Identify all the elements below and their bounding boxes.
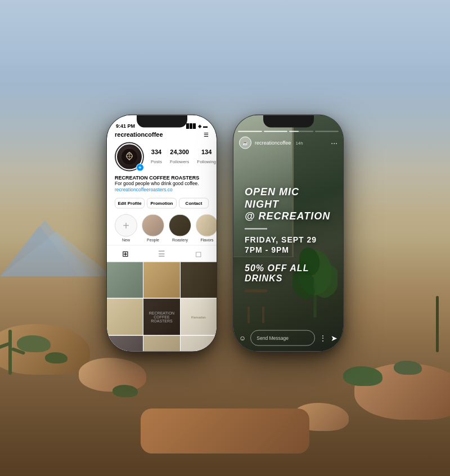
- highlight-new-circle: +: [115, 214, 137, 237]
- highlight-new-label: New: [122, 238, 130, 242]
- wifi-icon: ◈: [198, 123, 201, 128]
- progress-bar-1: [238, 131, 262, 132]
- profile-buttons: Edit Profile Promotion Contact: [107, 196, 217, 212]
- profile-name: RECREATION COFFEE ROASTERS: [115, 175, 209, 181]
- event-title-line2: @ RECREATION: [245, 210, 332, 223]
- battery-icon: ▬: [203, 123, 208, 128]
- rock-2: [79, 358, 146, 392]
- notch-right: [263, 115, 314, 128]
- progress-bar-3: [289, 131, 313, 132]
- following-count: 134: [197, 149, 216, 155]
- phones-container: 9:41 PM ▊▊▊ ◈ ▬ recreationcoffee ☰: [107, 115, 343, 352]
- story-header: ☕ recreationcoffee 14h ···: [233, 134, 343, 151]
- story-text-overlay: OPEN MIC NIGHT @ RECREATION FRIDAY, SEPT…: [233, 186, 343, 284]
- edit-profile-button[interactable]: Edit Profile: [115, 198, 145, 209]
- add-story-button[interactable]: +: [136, 164, 144, 172]
- furniture-leg-2: [262, 307, 264, 324]
- progress-fill-3: [289, 131, 299, 132]
- profile-section: + 334 Posts 24,300 Followers 134: [107, 140, 217, 175]
- instagram-story-screen: ☕ recreationcoffee 14h ··· OPEN MIC NIGH…: [233, 115, 343, 352]
- story-event-title: OPEN MIC NIGHT @ RECREATION: [245, 186, 332, 223]
- shrub-2: [45, 352, 68, 363]
- promotion-button[interactable]: Promotion: [147, 198, 177, 209]
- following-label: Following: [197, 159, 216, 164]
- grid-photo-4[interactable]: [107, 299, 143, 335]
- highlight-new[interactable]: + New: [115, 214, 137, 242]
- story-username: recreationcoffee: [255, 140, 291, 146]
- furniture-leg-1: [248, 307, 250, 324]
- tag-icon: ◻: [195, 249, 202, 258]
- event-title-line1: OPEN MIC NIGHT: [245, 186, 332, 210]
- grid-icon: ⊞: [122, 249, 129, 258]
- story-footer: ☺ Send Message ⋮ ➤: [233, 330, 343, 346]
- list-view-tab[interactable]: ☰: [143, 249, 180, 258]
- grid-photo-7[interactable]: GOOD PEOPLE: [107, 335, 143, 351]
- followers-stat: 24,300 Followers: [170, 149, 189, 165]
- grid-photo-1[interactable]: [107, 262, 143, 298]
- highlight-people-circle: [142, 214, 164, 237]
- story-share-button[interactable]: ➤: [331, 334, 338, 343]
- grid-photo-8[interactable]: [143, 335, 179, 351]
- grid-photo-9[interactable]: [181, 335, 217, 351]
- story-emoji-button[interactable]: ☺: [239, 334, 246, 342]
- instagram-profile-screen: 9:41 PM ▊▊▊ ◈ ▬ recreationcoffee ☰: [107, 115, 217, 352]
- contact-button[interactable]: Contact: [179, 198, 209, 209]
- furniture-top: [245, 290, 267, 293]
- progress-fill-1: [238, 131, 262, 132]
- highlight-roastery-label: Roastery: [172, 238, 188, 242]
- story-event-time: 7PM - 9PM: [245, 245, 332, 254]
- signal-icon: ▊▊▊: [186, 123, 196, 128]
- posts-stat: 334 Posts: [151, 149, 162, 165]
- story-time-ago: 14h: [295, 140, 303, 145]
- grid-photo-2[interactable]: [143, 262, 179, 298]
- grid-view-tab[interactable]: ⊞: [107, 249, 143, 258]
- followers-label: Followers: [170, 159, 189, 164]
- grid-photo-5[interactable]: RECREATION COFFEE ROASTERS: [143, 299, 179, 335]
- story-furniture: [245, 290, 267, 324]
- menu-icon[interactable]: ☰: [204, 131, 209, 137]
- posts-count: 334: [151, 149, 162, 155]
- grid-photo-3[interactable]: [181, 262, 217, 298]
- story-more-button[interactable]: ⋮: [320, 334, 326, 342]
- story-message-input[interactable]: Send Message: [250, 330, 315, 346]
- tall-plant-1: [8, 330, 12, 375]
- progress-bar-2: [264, 131, 288, 132]
- profile-bio: For good people who drink good coffee.: [115, 181, 209, 187]
- profile-link[interactable]: recreationcoffeeroasters.co: [115, 187, 209, 192]
- tall-plant-2: [436, 296, 439, 352]
- posts-label: Posts: [151, 159, 162, 164]
- right-phone-screen: ☕ recreationcoffee 14h ··· OPEN MIC NIGH…: [233, 115, 343, 352]
- profile-username: recreationcoffee: [115, 131, 163, 138]
- brand-logo-icon: [122, 149, 137, 165]
- story-more-options-button[interactable]: ···: [331, 138, 338, 147]
- status-time: 9:41 PM: [116, 123, 135, 129]
- highlight-people-label: People: [147, 238, 159, 242]
- story-avatar: ☕: [239, 137, 251, 149]
- following-stat: 134 Following: [197, 149, 216, 165]
- insta-header: recreationcoffee ☰: [107, 131, 217, 140]
- grid-nav: ⊞ ☰ ◻: [107, 245, 217, 262]
- shrub-4: [343, 366, 382, 386]
- highlights-row: + New People Roastery Flavors: [107, 212, 217, 245]
- story-message-placeholder: Send Message: [256, 335, 289, 341]
- shrub-3: [394, 361, 422, 375]
- shrub-1: [17, 335, 51, 352]
- photo-grid: RECREATION COFFEE ROASTERS Ramadan GOOD …: [107, 262, 217, 352]
- grid-photo-6[interactable]: Ramadan: [181, 299, 217, 335]
- notch-left: [137, 115, 187, 128]
- highlight-people[interactable]: People: [142, 214, 164, 242]
- highlight-flavors[interactable]: Flavors: [196, 214, 217, 242]
- list-icon: ☰: [158, 249, 165, 258]
- highlight-flavors-circle: [196, 214, 217, 237]
- rock-5: [141, 408, 309, 453]
- highlight-roastery-circle: [169, 214, 191, 237]
- left-phone-screen: 9:41 PM ▊▊▊ ◈ ▬ recreationcoffee ☰: [107, 115, 217, 352]
- status-icons: ▊▊▊ ◈ ▬: [186, 123, 208, 128]
- story-event-offer: 50% OFF ALL DRINKS: [245, 263, 332, 283]
- profile-stats: 334 Posts 24,300 Followers 134 Following: [151, 149, 216, 165]
- tagged-tab[interactable]: ◻: [180, 249, 217, 258]
- phone-right: ☕ recreationcoffee 14h ··· OPEN MIC NIGH…: [233, 115, 343, 352]
- shrub-5: [112, 385, 138, 397]
- story-event-date: FRIDAY, SEPT 29: [245, 235, 332, 244]
- highlight-roastery[interactable]: Roastery: [169, 214, 191, 242]
